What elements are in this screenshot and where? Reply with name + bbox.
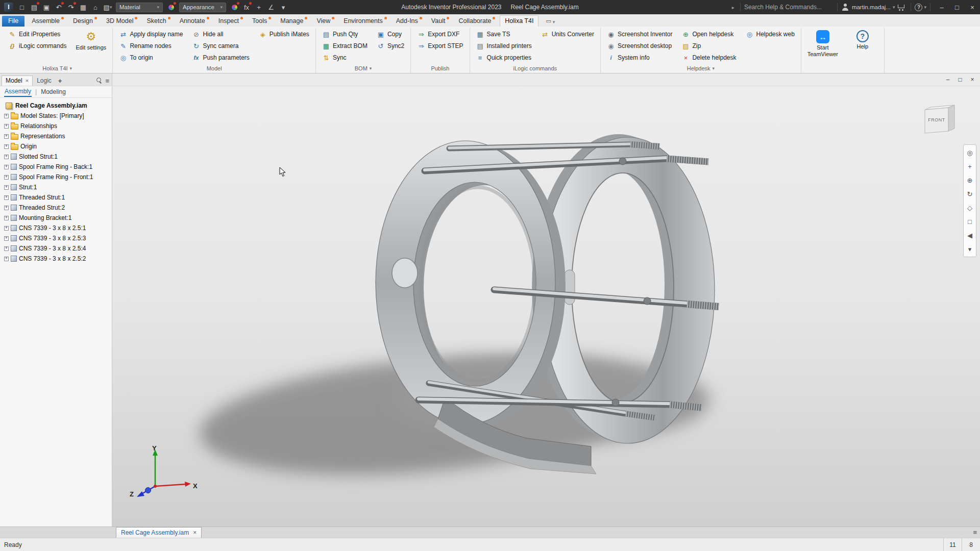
browser-menu-icon[interactable]: ≡ [105,77,109,85]
tree-item-relationships[interactable]: Relationships [1,121,111,131]
help-search-input[interactable] [744,4,834,11]
tree-item-spool-frame-ring-back-1[interactable]: Spool Frame Ring - Back:1 [1,162,111,172]
expand-icon[interactable] [4,206,9,210]
tree-item-representations[interactable]: Representations [1,131,111,141]
measure-icon[interactable]: ∠ [265,1,277,13]
ribbon-group-label[interactable]: Model [117,63,311,73]
panel-expand-icon[interactable]: ▸ [730,5,737,10]
ribbon-tab-manage[interactable]: Manage [276,16,312,27]
select-filter-icon[interactable]: ▧▾ [102,1,113,13]
document-tab[interactable]: Reel Cage Assembly.iam × [116,527,202,538]
expand-icon[interactable] [4,124,9,129]
user-name[interactable]: martin.madaj... [852,4,891,10]
ribbon-tab-3d-model[interactable]: 3D Model [102,16,142,27]
ribbon-group-label[interactable]: Helpdesk▾ [605,63,797,73]
redo-icon[interactable]: ↷ [65,1,77,13]
maximize-button[interactable]: □ [949,0,965,14]
expand-icon[interactable] [4,226,9,231]
ribbon-button-open-helpdesk[interactable]: ⊕Open helpdesk [679,29,738,39]
viewcube[interactable]: FRONT [922,101,968,141]
ribbon-tab-holixa-t4i[interactable]: Holixa T4I [500,15,538,27]
ribbon-group-label[interactable]: Publish [415,63,465,73]
doc-close-button[interactable]: × [966,74,978,85]
browser-tab-model[interactable]: Model [2,76,33,86]
ribbon-group-label[interactable]: iLogic commands [474,63,596,73]
close-button[interactable]: × [965,0,980,14]
ribbon-button-export-dxf[interactable]: ⇒Export DXF [415,29,465,39]
ribbon-button-edit-iproperties[interactable]: ✎Edit iProperties [6,29,68,39]
ribbon-tab-vault[interactable]: Vault [427,16,454,27]
ribbon-group-label[interactable]: Holixa T4I▾ [6,63,108,73]
tree-item-cns-7339-3-x-8-x-2-5-4[interactable]: CNS 7339 - 3 x 8 x 2.5:4 [1,243,111,254]
expand-icon[interactable] [4,114,9,118]
tree-root-item[interactable]: Reel Cage Assembly.iam [1,101,111,111]
tree-item-threaded-strut-1[interactable]: Threaded Strut:1 [1,192,111,203]
viewcube-front-label[interactable]: FRONT [928,117,945,122]
orbit-icon[interactable]: ↻ [964,188,975,199]
tree-item-cns-7339-3-x-8-x-2-5-3[interactable]: CNS 7339 - 3 x 8 x 2.5:3 [1,233,111,243]
ribbon-tab-file[interactable]: File [2,16,24,27]
pan-icon[interactable]: + [964,161,975,172]
previous-view-icon[interactable]: ◀ [964,230,975,241]
search-icon[interactable] [96,77,103,84]
zoom-icon[interactable]: ⊕ [964,174,975,186]
undo-icon[interactable]: ↶ [53,1,64,13]
ribbon-button-help[interactable]: ?Help [845,29,880,50]
tree-item-mounting-bracket-1[interactable]: Mounting Bracket:1 [1,213,111,223]
ribbon-button-installed-printers[interactable]: ▤Installed printers [474,41,534,51]
tab-assembly[interactable]: Assembly [4,87,32,97]
ribbon-button-sync-camera[interactable]: ↻Sync camera [190,41,251,51]
ribbon-button-zip[interactable]: ▨Zip [679,41,738,51]
ribbon-button-save-ts[interactable]: ▦Save TS [474,29,534,39]
expand-icon[interactable] [4,257,9,261]
ribbon-tab-tools[interactable]: Tools [248,16,276,27]
navigation-wheel-icon[interactable]: ◎ [964,147,975,158]
appearance-combo[interactable]: Appearance▾ [179,3,226,12]
ribbon-tab-assemble[interactable]: Assemble [27,16,68,27]
ribbon-button-system-info[interactable]: iSystem info [605,53,674,63]
ribbon-button-apply-display-name[interactable]: ⇄Apply display name [117,29,185,39]
expand-icon[interactable] [4,216,9,220]
look-at-icon[interactable]: ◇ [964,202,975,213]
ribbon-tab-design[interactable]: Design [68,16,102,27]
ribbon-button-helpdesk-web[interactable]: ◎Helpdesk web [744,29,797,39]
ribbon-button-screenshot-inventor[interactable]: ◉Screenshot Inventor [605,29,674,39]
ribbon-button-rename-nodes[interactable]: ✎Rename nodes [117,41,185,51]
ribbon-button-sync2[interactable]: ↺Sync2 [375,41,406,51]
tree-item-cns-7339-3-x-8-x-2-5-1[interactable]: CNS 7339 - 3 x 8 x 2.5:1 [1,223,111,233]
ribbon-button-push-qty[interactable]: ▤Push Qty [320,29,370,39]
tree-item-threaded-strut-2[interactable]: Threaded Strut:2 [1,203,111,213]
ribbon-tab-environments[interactable]: Environments [339,16,391,27]
expand-icon[interactable] [4,155,9,159]
ribbon-tab-view[interactable]: View [312,16,339,27]
open-icon[interactable]: ▤ [29,1,40,13]
tree-item-origin[interactable]: Origin [1,141,111,152]
expand-icon[interactable] [4,236,9,241]
ribbon-button-sync[interactable]: ⇅Sync [320,53,370,63]
ribbon-button-units-converter[interactable]: ⇄Units Converter [539,29,596,39]
navbar-more-icon[interactable]: ▾ [964,243,975,255]
tab-modeling[interactable]: Modeling [40,87,66,96]
zoom-window-icon[interactable]: □ [964,216,975,227]
qat-overflow-icon[interactable]: ▾ [278,1,289,13]
ribbon-button-ilogic-commands[interactable]: {}iLogic commands [6,41,68,51]
doc-minimize-button[interactable]: – [942,74,954,85]
ribbon-display-toggle[interactable]: ▭ [543,16,558,27]
ribbon-tab-inspect[interactable]: Inspect [214,16,248,27]
ribbon-button-copy[interactable]: ▣Copy [375,29,406,39]
minimize-button[interactable]: – [934,0,949,14]
tree-item-model-states-primary[interactable]: Model States: [Primary] [1,111,111,121]
appearance-wheel-icon[interactable] [229,1,240,13]
expand-icon[interactable] [4,246,9,251]
expand-icon[interactable] [4,144,9,149]
parameters-fx-icon[interactable]: fx [241,1,252,13]
help-icon[interactable]: ? [915,4,922,11]
ribbon-tab-collaborate[interactable]: Collaborate [454,16,500,27]
ribbon-group-label[interactable]: BOM▾ [320,63,406,73]
close-icon[interactable] [26,77,29,84]
expand-icon[interactable] [4,185,9,190]
browser-tab-logic[interactable]: Logic [33,76,55,86]
ribbon-button-quick-properties[interactable]: ≡Quick properties [474,53,534,63]
ribbon-button-edit-settings[interactable]: ⚙Edit settings [74,29,108,51]
expand-icon[interactable] [4,175,9,180]
